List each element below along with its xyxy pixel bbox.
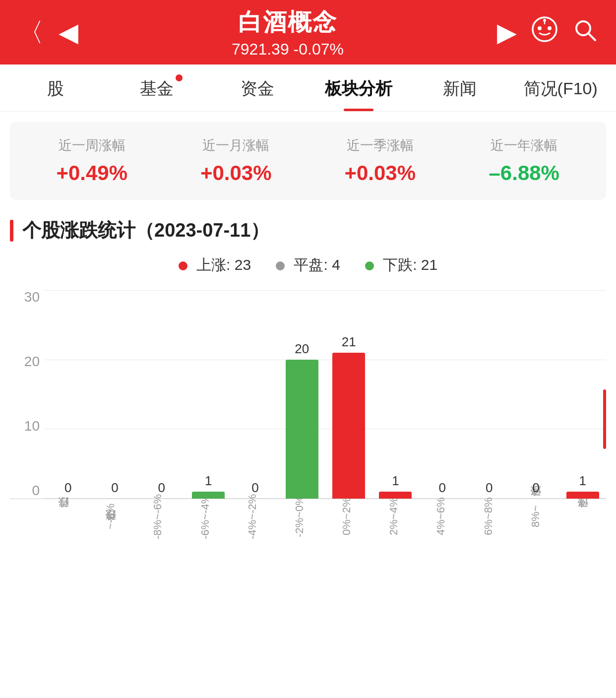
x-label-9: 6%~8% xyxy=(465,499,512,539)
svg-point-2 xyxy=(548,26,552,30)
robot-icon[interactable] xyxy=(532,16,557,48)
legend-down: 下跌: 21 xyxy=(365,255,437,275)
x-label-10: 8%~涨停 xyxy=(512,499,559,539)
legend-flat: 平盘: 4 xyxy=(276,255,340,275)
y-label-30: 30 xyxy=(10,290,40,304)
header-center: 白酒概念 7921.39 -0.07% xyxy=(78,6,497,59)
header: 〈 ◀ 白酒概念 7921.39 -0.07% ▶ xyxy=(0,0,616,64)
bar-group-7: 1 xyxy=(372,290,419,499)
bar-value-label-4: 0 xyxy=(251,480,258,496)
bars-row: 00010202110001 xyxy=(45,290,606,499)
bar-value-label-6: 21 xyxy=(342,334,356,350)
bar-rect-6 xyxy=(332,353,365,499)
page-title: 白酒概念 xyxy=(78,6,497,38)
tab-news[interactable]: 新闻 xyxy=(409,64,510,111)
x-label-6: 0%~2% xyxy=(323,499,370,539)
x-label-8: 4%~6% xyxy=(417,499,464,539)
legend-up: 上涨: 23 xyxy=(179,255,251,275)
bar-value-label-7: 1 xyxy=(392,473,399,489)
chart-inner: 30 20 10 0 00010202110001 xyxy=(10,290,606,499)
bar-value-label-8: 0 xyxy=(439,480,446,496)
bar-rect-11 xyxy=(566,492,599,499)
x-spacer xyxy=(10,499,40,539)
bar-value-label-1: 0 xyxy=(111,480,118,496)
bar-group-8: 0 xyxy=(419,290,466,499)
fund-dot xyxy=(176,74,183,81)
x-axis: 跌停跌停~-8%-8%~-6%-6%~-4%-4%~-2%-2%~0%0%~2%… xyxy=(10,499,606,539)
bar-group-11: 1 xyxy=(559,290,606,499)
x-label-7: 2%~4% xyxy=(370,499,417,539)
header-right-controls: ▶ xyxy=(497,16,598,48)
svg-point-1 xyxy=(538,26,542,30)
svg-line-6 xyxy=(588,33,595,40)
bar-value-label-3: 1 xyxy=(205,473,212,489)
bar-chart: 30 20 10 0 00010202110001 跌停跌停~-8%-8%~-6… xyxy=(10,290,606,539)
perf-quarter: 近一季涨幅 +0.03% xyxy=(308,136,452,185)
index-value: 7921.39 -0.07% xyxy=(78,40,497,59)
bar-value-label-5: 20 xyxy=(295,341,309,357)
bar-value-label-11: 1 xyxy=(579,473,586,489)
x-label-4: -4%~-2% xyxy=(229,499,276,539)
bar-group-0: 0 xyxy=(45,290,91,499)
bar-value-label-2: 0 xyxy=(158,480,165,496)
svg-point-3 xyxy=(543,19,546,22)
legend-flat-dot xyxy=(276,261,285,270)
bar-rect-5 xyxy=(286,360,318,499)
next-icon[interactable]: ▶ xyxy=(497,19,517,45)
bar-group-1: 0 xyxy=(91,290,138,499)
header-left-controls: 〈 ◀ xyxy=(18,19,78,45)
x-label-5: -2%~0% xyxy=(276,499,323,539)
x-label-11: 涨停 xyxy=(559,499,606,539)
bar-group-5: 20 xyxy=(279,290,325,499)
x-labels: 跌停跌停~-8%-8%~-6%-6%~-4%-4%~-2%-2%~0%0%~2%… xyxy=(40,499,606,539)
chart-section-title: 个股涨跌统计（2023-07-11） xyxy=(10,218,606,243)
bar-group-2: 0 xyxy=(138,290,185,499)
x-label-1: 跌停~-8% xyxy=(87,499,134,539)
perf-month: 近一月涨幅 +0.03% xyxy=(164,136,308,185)
y-axis: 30 20 10 0 xyxy=(10,290,40,499)
tab-stock[interactable]: 股 xyxy=(5,64,106,111)
bar-rect-7 xyxy=(379,492,412,499)
prev-icon[interactable]: ◀ xyxy=(59,19,78,45)
tab-fund[interactable]: 基金 xyxy=(106,64,207,111)
y-label-10: 10 xyxy=(10,419,40,433)
bar-value-label-0: 0 xyxy=(64,480,71,496)
chart-body: 00010202110001 xyxy=(45,290,606,499)
bar-group-10: 0 xyxy=(512,290,559,499)
bar-value-label-9: 0 xyxy=(486,480,493,496)
y-label-0: 0 xyxy=(10,484,40,499)
legend-down-dot xyxy=(365,261,374,270)
bar-rect-3 xyxy=(192,492,225,499)
x-label-3: -6%~-4% xyxy=(182,499,229,539)
y-label-20: 20 xyxy=(10,355,40,369)
nav-tabs: 股 基金 资金 板块分析 新闻 简况(F10) xyxy=(0,64,616,112)
bar-group-9: 0 xyxy=(466,290,512,499)
x-label-2: -8%~-6% xyxy=(134,499,181,539)
perf-year: 近一年涨幅 –6.88% xyxy=(452,136,597,185)
x-label-0: 跌停 xyxy=(40,499,87,539)
perf-week: 近一周涨幅 +0.49% xyxy=(20,136,164,185)
bar-group-6: 21 xyxy=(325,290,372,499)
back-icon[interactable]: 〈 xyxy=(18,19,44,45)
bar-value-label-10: 0 xyxy=(532,480,539,496)
bar-group-4: 0 xyxy=(232,290,278,499)
legend-up-dot xyxy=(179,261,187,270)
tab-summary[interactable]: 简况(F10) xyxy=(510,64,611,111)
chart-legend: 上涨: 23 平盘: 4 下跌: 21 xyxy=(0,255,616,275)
performance-section: 近一周涨幅 +0.49% 近一月涨幅 +0.03% 近一季涨幅 +0.03% 近… xyxy=(10,122,606,200)
tab-sector-analysis[interactable]: 板块分析 xyxy=(308,64,409,111)
search-icon[interactable] xyxy=(572,17,598,47)
tab-capital[interactable]: 资金 xyxy=(207,64,308,111)
bar-group-3: 1 xyxy=(185,290,232,499)
